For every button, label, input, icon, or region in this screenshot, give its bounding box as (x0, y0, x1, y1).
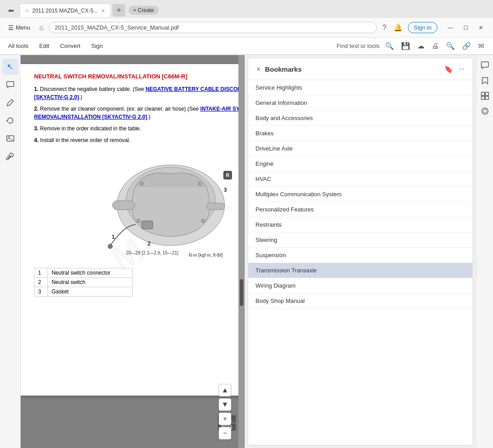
cursor-tool[interactable]: ↖ (2, 59, 18, 75)
home-button[interactable]: ⌂ (38, 22, 46, 34)
comment-tool[interactable] (2, 77, 18, 93)
find-text-label: Find text or tools (337, 43, 380, 49)
sign-in-button[interactable]: Sign in (408, 22, 437, 33)
bookmark-more-icon[interactable]: ··· (457, 63, 466, 75)
tab-title: 2011 2015 MAZDA_CX-5... (32, 8, 98, 14)
main-area: ↖ MAZDA NEUTRAL SWITCH REMOVAL/INSTALLAT… (0, 55, 493, 448)
svg-rect-24 (485, 92, 489, 95)
bookmark-item-suspension[interactable]: Suspension (248, 248, 472, 263)
svg-point-11 (201, 219, 205, 223)
close-button[interactable]: ✕ (473, 22, 489, 34)
right-layers-tool[interactable] (478, 104, 492, 118)
save-icon[interactable]: 💾 (399, 40, 412, 52)
zoom-down-button[interactable]: ▼ (219, 398, 231, 411)
minimize-button[interactable]: — (443, 22, 458, 34)
browser-tab[interactable]: ☆ 2011 2015 MAZDA_CX-5... × (20, 4, 111, 17)
pdf-viewer: MAZDA NEUTRAL SWITCH REMOVAL/INSTALLATIO… (21, 55, 245, 448)
image-tool[interactable] (2, 130, 18, 146)
svg-rect-25 (481, 96, 484, 99)
hamburger-icon: ☰ (8, 24, 14, 31)
pdf-step-1: 1. Disconnect the negative battery cable… (34, 85, 245, 101)
svg-point-10 (137, 219, 140, 223)
bookmark-item-restraints[interactable]: Restraints (248, 217, 472, 233)
bookmark-item-general-information[interactable]: General Information (248, 95, 472, 111)
bookmark-list: Service Highlights General Information B… (248, 80, 472, 445)
svg-rect-0 (7, 82, 14, 86)
svg-rect-23 (481, 92, 484, 95)
pdf-page: MAZDA NEUTRAL SWITCH REMOVAL/INSTALLATIO… (21, 64, 245, 396)
address-bar: ☰ Menu ⌂ 2011_2015_MAZDA_CX-5_Service_Ma… (0, 18, 493, 38)
scroll-thumb[interactable] (240, 279, 243, 306)
bookmark-item-driveline-axle[interactable]: DriveLine Axle (248, 141, 472, 156)
zoom-controls: ▲ ▼ + − (219, 384, 231, 439)
upload-icon[interactable]: ☁ (415, 40, 426, 52)
right-grid-tool[interactable] (478, 89, 492, 103)
maximize-button[interactable]: ☐ (458, 22, 473, 34)
svg-text:R: R (226, 172, 229, 178)
bookmark-add-icon[interactable]: 🔖 (442, 63, 455, 75)
toolbar-all-tools[interactable]: All tools (7, 41, 30, 51)
left-tools-panel: ↖ (0, 55, 21, 448)
pdf-scrollbar[interactable] (238, 55, 245, 448)
create-button[interactable]: + Create (129, 6, 158, 15)
bookmark-item-engine[interactable]: Engine (248, 156, 472, 172)
toolbar-convert[interactable]: Convert (59, 41, 82, 51)
menu-label: Menu (16, 24, 30, 31)
right-comment-tool[interactable] (478, 59, 492, 72)
pdf-diagram-area: R 3 2 1 20—29 {2.1—2.9, 15—21} N·m {kgf·… (34, 151, 245, 261)
pen-tool[interactable] (2, 95, 18, 111)
toolbar-edit[interactable]: Edit (39, 41, 50, 51)
rotate-tool[interactable] (2, 112, 18, 129)
part-name-2: Neutral switch (48, 278, 133, 287)
print-icon[interactable]: 🖨 (430, 40, 441, 52)
svg-point-8 (140, 182, 143, 185)
zoom-in-button[interactable]: + (219, 413, 231, 425)
bookmark-item-body-and-accessories[interactable]: Body and Accessories (248, 111, 472, 126)
zoom-out-button[interactable]: − (219, 427, 231, 439)
address-text: 2011_2015_MAZDA_CX-5_Service_Manual.pdf (55, 24, 179, 31)
new-tab-button[interactable]: + (112, 4, 125, 17)
wrench-tool[interactable] (2, 148, 18, 164)
step1-link[interactable]: NEGATIVE BATTERY CABLE DISCONNECTION/CON… (34, 86, 245, 100)
browser-back-button[interactable]: ⬅ (4, 4, 18, 17)
svg-rect-26 (485, 96, 489, 99)
pdf-toolbar: All tools Edit Convert Sign Find text or… (0, 38, 493, 55)
menu-button[interactable]: ☰ Menu (4, 22, 34, 33)
help-icon[interactable]: ? (381, 22, 388, 34)
bookmark-item-multiplex[interactable]: Multiplex Communication System (248, 187, 472, 202)
bookmarks-actions: 🔖 ··· (442, 63, 466, 75)
zoom-icon[interactable]: 🔍 (444, 40, 457, 52)
transmission-diagram: R 3 2 1 20—29 {2.1—2.9, 15—21} N·m {kgf·… (99, 151, 242, 259)
svg-rect-12 (142, 221, 153, 229)
find-search-icon[interactable]: 🔍 (383, 40, 396, 52)
bookmark-item-personalized[interactable]: Personalized Features (248, 202, 472, 217)
bookmarks-title: Bookmarks (265, 65, 442, 73)
part-num-3: 3 (35, 287, 48, 297)
tab-close-button[interactable]: × (100, 6, 106, 15)
address-right-icons: ? 🔔 (381, 22, 404, 34)
part-name-3: Gasket (48, 287, 133, 297)
bookmark-item-brakes[interactable]: Brakes (248, 126, 472, 141)
bookmark-item-body-shop[interactable]: Body Shop Manual (248, 293, 472, 309)
link-icon[interactable]: 🔗 (460, 40, 473, 52)
step2-link[interactable]: INTAKE-AIR SYSTEM REMOVAL/INSTALLATION [… (34, 106, 245, 120)
bookmark-item-wiring[interactable]: Wiring Diagram (248, 278, 472, 293)
part-num-1: 1 (35, 268, 48, 278)
right-bookmark-tool[interactable] (478, 74, 492, 87)
tab-bar: ⬅ ☆ 2011 2015 MAZDA_CX-5... × + + Create (0, 0, 493, 18)
address-input[interactable]: 2011_2015_MAZDA_CX-5_Service_Manual.pdf (49, 22, 377, 33)
bookmark-item-steering[interactable]: Steering (248, 233, 472, 248)
zoom-up-button[interactable]: ▲ (219, 384, 231, 396)
bookmark-item-hvac[interactable]: HVAC (248, 172, 472, 187)
mail-icon[interactable]: ✉ (476, 40, 486, 52)
toolbar-sign[interactable]: Sign (90, 41, 104, 51)
svg-text:2: 2 (147, 240, 151, 247)
bookmark-item-transmission[interactable]: Transmission Transaxle (248, 263, 472, 278)
part-num-2: 2 (35, 278, 48, 287)
svg-point-28 (483, 109, 487, 113)
svg-text:3: 3 (224, 186, 227, 193)
part-name-1: Neutral switch connector (48, 268, 133, 278)
notifications-icon[interactable]: 🔔 (392, 22, 404, 34)
bookmarks-close-button[interactable]: × (255, 65, 262, 74)
bookmark-item-service-highlights[interactable]: Service Highlights (248, 80, 472, 95)
